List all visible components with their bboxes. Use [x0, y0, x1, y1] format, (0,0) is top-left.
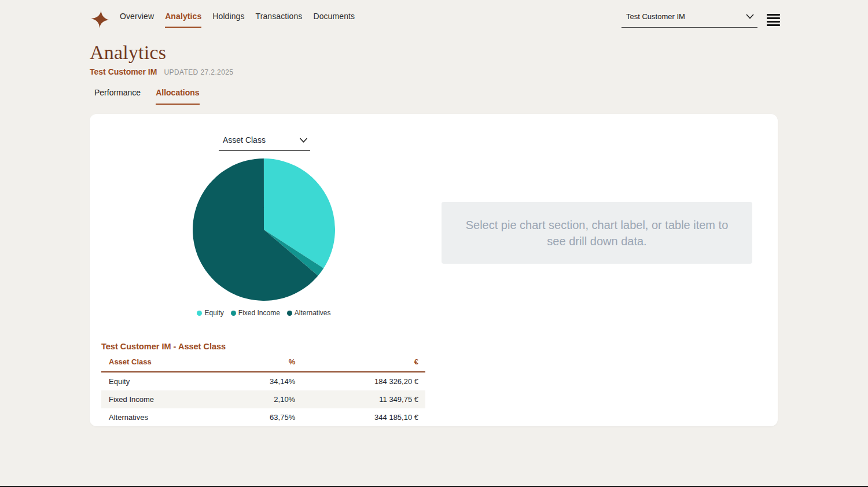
cell-asset-class[interactable]: Alternatives [101, 408, 231, 426]
top-bar-right: Test Customer IM [621, 8, 780, 28]
legend-label: Alternatives [295, 309, 331, 317]
nav-item-overview[interactable]: Overview [120, 12, 154, 28]
table-row-alternatives[interactable]: Alternatives63,75%344 185,10 € [101, 408, 425, 426]
drilldown-hint-box: Select pie chart section, chart label, o… [442, 202, 752, 264]
page-subhead: Test Customer IM UPDATED 27.2.2025 [90, 67, 868, 76]
nav-item-documents[interactable]: Documents [313, 12, 355, 28]
asset-class-table: Asset Class % € Equity34,14%184 326,20 €… [101, 355, 425, 426]
col-header-asset-class: Asset Class [101, 355, 231, 372]
cell-asset-class[interactable]: Fixed Income [101, 390, 231, 408]
cell-eur[interactable]: 184 326,20 € [302, 372, 425, 390]
pie-legend: EquityFixed IncomeAlternatives [164, 309, 364, 317]
legend-item-equity[interactable]: Equity [197, 309, 223, 317]
cell-asset-class[interactable]: Equity [101, 372, 231, 390]
tab-performance[interactable]: Performance [94, 88, 141, 105]
legend-item-alternatives[interactable]: Alternatives [287, 309, 331, 317]
nav-item-transactions[interactable]: Transactions [256, 12, 303, 28]
tab-bar: PerformanceAllocations [94, 88, 868, 105]
cell-percent[interactable]: 2,10% [231, 390, 302, 408]
drilldown-hint-text: Select pie chart section, chart label, o… [455, 217, 739, 249]
chevron-down-icon [299, 135, 308, 145]
table-header-row: Asset Class % € [101, 355, 425, 372]
col-header-percent: % [231, 355, 302, 372]
main-nav: OverviewAnalyticsHoldingsTransactionsDoc… [120, 8, 355, 28]
sparkle-star-icon[interactable] [90, 9, 111, 31]
legend-label: Fixed Income [238, 309, 280, 317]
nav-item-analytics[interactable]: Analytics [165, 12, 201, 28]
legend-item-fixed-income[interactable]: Fixed Income [231, 309, 280, 317]
chevron-down-icon [746, 12, 754, 21]
asset-class-pie-chart [193, 158, 335, 301]
col-header-eur: € [302, 355, 425, 372]
customer-name: Test Customer IM [90, 67, 157, 76]
hamburger-icon[interactable] [767, 12, 780, 26]
nav-item-holdings[interactable]: Holdings [212, 12, 244, 28]
grouping-select-value: Asset Class [223, 135, 266, 145]
allocations-card: Asset Class EquityFixed IncomeAlternativ… [90, 114, 778, 426]
grouping-select[interactable]: Asset Class [219, 133, 310, 151]
table-row-fixed-income[interactable]: Fixed Income2,10%11 349,75 € [101, 390, 425, 408]
updated-label: UPDATED 27.2.2025 [164, 68, 233, 76]
table-row-equity[interactable]: Equity34,14%184 326,20 € [101, 372, 425, 390]
legend-dot-equity [197, 311, 202, 316]
cell-percent[interactable]: 63,75% [231, 408, 302, 426]
table-title: Test Customer IM - Asset Class [101, 342, 226, 351]
page-title: Analytics [90, 42, 868, 64]
cell-eur[interactable]: 11 349,75 € [302, 390, 425, 408]
top-bar: OverviewAnalyticsHoldingsTransactionsDoc… [0, 0, 868, 29]
cell-eur[interactable]: 344 185,10 € [302, 408, 425, 426]
tab-allocations[interactable]: Allocations [156, 88, 199, 105]
customer-select[interactable]: Test Customer IM [621, 9, 757, 28]
cell-percent[interactable]: 34,14% [231, 372, 302, 390]
legend-label: Equity [204, 309, 223, 317]
legend-dot-alternatives [287, 311, 292, 316]
customer-select-value: Test Customer IM [626, 12, 685, 21]
legend-dot-fixed-income [231, 311, 236, 316]
